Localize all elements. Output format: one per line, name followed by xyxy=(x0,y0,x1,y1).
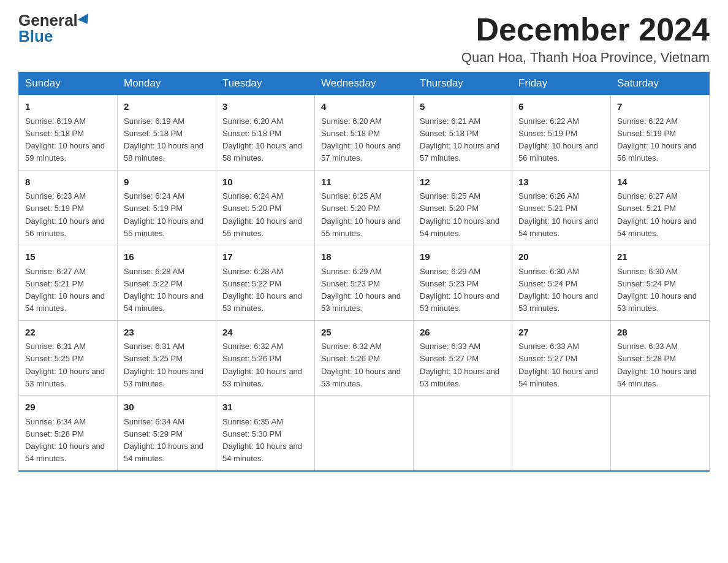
day-info: Sunrise: 6:32 AMSunset: 5:26 PMDaylight:… xyxy=(222,342,302,388)
day-info: Sunrise: 6:28 AMSunset: 5:22 PMDaylight:… xyxy=(222,267,302,313)
day-number: 2 xyxy=(124,100,210,114)
calendar-week-row: 15 Sunrise: 6:27 AMSunset: 5:21 PMDaylig… xyxy=(19,245,710,321)
calendar-cell: 29 Sunrise: 6:34 AMSunset: 5:28 PMDaylig… xyxy=(19,396,118,471)
calendar-cell: 5 Sunrise: 6:21 AMSunset: 5:18 PMDayligh… xyxy=(414,95,512,170)
calendar-cell: 21 Sunrise: 6:30 AMSunset: 5:24 PMDaylig… xyxy=(611,245,710,321)
day-info: Sunrise: 6:34 AMSunset: 5:29 PMDaylight:… xyxy=(124,417,203,464)
calendar-cell: 1 Sunrise: 6:19 AMSunset: 5:18 PMDayligh… xyxy=(19,95,118,170)
calendar-week-row: 8 Sunrise: 6:23 AMSunset: 5:19 PMDayligh… xyxy=(19,170,710,245)
page-header: General Blue December 2024 Quan Hoa, Tha… xyxy=(18,12,710,66)
calendar-cell: 22 Sunrise: 6:31 AMSunset: 5:25 PMDaylig… xyxy=(19,320,118,396)
day-number: 31 xyxy=(222,400,308,415)
day-info: Sunrise: 6:25 AMSunset: 5:20 PMDaylight:… xyxy=(321,191,401,238)
day-info: Sunrise: 6:21 AMSunset: 5:18 PMDaylight:… xyxy=(420,117,499,163)
day-info: Sunrise: 6:33 AMSunset: 5:28 PMDaylight:… xyxy=(617,342,697,388)
day-number: 7 xyxy=(617,100,703,114)
day-info: Sunrise: 6:24 AMSunset: 5:20 PMDaylight:… xyxy=(222,191,302,238)
day-number: 8 xyxy=(25,175,111,190)
day-info: Sunrise: 6:22 AMSunset: 5:19 PMDaylight:… xyxy=(518,117,598,163)
location-title: Quan Hoa, Thanh Hoa Province, Vietnam xyxy=(461,50,710,66)
day-info: Sunrise: 6:20 AMSunset: 5:18 PMDaylight:… xyxy=(222,117,302,163)
day-number: 23 xyxy=(124,326,210,340)
calendar-week-row: 1 Sunrise: 6:19 AMSunset: 5:18 PMDayligh… xyxy=(19,95,710,170)
day-info: Sunrise: 6:29 AMSunset: 5:23 PMDaylight:… xyxy=(321,267,401,313)
calendar-cell: 20 Sunrise: 6:30 AMSunset: 5:24 PMDaylig… xyxy=(512,245,611,321)
day-number: 3 xyxy=(222,100,308,114)
calendar-cell: 16 Sunrise: 6:28 AMSunset: 5:22 PMDaylig… xyxy=(118,245,216,321)
calendar-cell: 15 Sunrise: 6:27 AMSunset: 5:21 PMDaylig… xyxy=(19,245,118,321)
calendar-cell: 6 Sunrise: 6:22 AMSunset: 5:19 PMDayligh… xyxy=(512,95,611,170)
column-header-thursday: Thursday xyxy=(414,72,512,95)
calendar-cell: 11 Sunrise: 6:25 AMSunset: 5:20 PMDaylig… xyxy=(315,170,414,245)
calendar-cell: 25 Sunrise: 6:32 AMSunset: 5:26 PMDaylig… xyxy=(315,320,414,396)
calendar-cell: 2 Sunrise: 6:19 AMSunset: 5:18 PMDayligh… xyxy=(118,95,216,170)
day-info: Sunrise: 6:28 AMSunset: 5:22 PMDaylight:… xyxy=(124,267,203,313)
day-info: Sunrise: 6:24 AMSunset: 5:19 PMDaylight:… xyxy=(124,191,203,238)
day-number: 14 xyxy=(617,175,703,190)
day-info: Sunrise: 6:33 AMSunset: 5:27 PMDaylight:… xyxy=(518,342,598,388)
calendar-week-row: 22 Sunrise: 6:31 AMSunset: 5:25 PMDaylig… xyxy=(19,320,710,396)
day-number: 25 xyxy=(321,326,407,340)
column-header-friday: Friday xyxy=(512,72,611,95)
day-number: 11 xyxy=(321,175,407,190)
day-info: Sunrise: 6:25 AMSunset: 5:20 PMDaylight:… xyxy=(420,191,499,238)
day-number: 12 xyxy=(420,175,506,190)
calendar-cell xyxy=(315,396,414,471)
day-number: 29 xyxy=(25,400,111,415)
day-number: 24 xyxy=(222,326,308,340)
day-info: Sunrise: 6:27 AMSunset: 5:21 PMDaylight:… xyxy=(25,267,105,313)
day-info: Sunrise: 6:20 AMSunset: 5:18 PMDaylight:… xyxy=(321,117,401,163)
day-info: Sunrise: 6:33 AMSunset: 5:27 PMDaylight:… xyxy=(420,342,499,388)
day-info: Sunrise: 6:29 AMSunset: 5:23 PMDaylight:… xyxy=(420,267,499,313)
day-number: 26 xyxy=(420,326,506,340)
calendar-cell: 8 Sunrise: 6:23 AMSunset: 5:19 PMDayligh… xyxy=(19,170,118,245)
calendar-cell: 23 Sunrise: 6:31 AMSunset: 5:25 PMDaylig… xyxy=(118,320,216,396)
logo: General Blue xyxy=(18,12,91,44)
day-number: 15 xyxy=(25,250,111,264)
column-header-tuesday: Tuesday xyxy=(216,72,315,95)
day-info: Sunrise: 6:30 AMSunset: 5:24 PMDaylight:… xyxy=(518,267,598,313)
calendar-cell: 3 Sunrise: 6:20 AMSunset: 5:18 PMDayligh… xyxy=(216,95,315,170)
title-area: December 2024 Quan Hoa, Thanh Hoa Provin… xyxy=(461,12,710,66)
logo-triangle-icon xyxy=(78,13,93,27)
calendar-cell: 26 Sunrise: 6:33 AMSunset: 5:27 PMDaylig… xyxy=(414,320,512,396)
calendar-cell: 17 Sunrise: 6:28 AMSunset: 5:22 PMDaylig… xyxy=(216,245,315,321)
calendar-cell: 4 Sunrise: 6:20 AMSunset: 5:18 PMDayligh… xyxy=(315,95,414,170)
day-number: 30 xyxy=(124,400,210,415)
day-info: Sunrise: 6:19 AMSunset: 5:18 PMDaylight:… xyxy=(124,117,203,163)
day-info: Sunrise: 6:32 AMSunset: 5:26 PMDaylight:… xyxy=(321,342,401,388)
calendar-cell xyxy=(611,396,710,471)
day-number: 10 xyxy=(222,175,308,190)
calendar-cell: 14 Sunrise: 6:27 AMSunset: 5:21 PMDaylig… xyxy=(611,170,710,245)
day-info: Sunrise: 6:31 AMSunset: 5:25 PMDaylight:… xyxy=(25,342,105,388)
day-number: 4 xyxy=(321,100,407,114)
calendar-week-row: 29 Sunrise: 6:34 AMSunset: 5:28 PMDaylig… xyxy=(19,396,710,471)
calendar-cell: 10 Sunrise: 6:24 AMSunset: 5:20 PMDaylig… xyxy=(216,170,315,245)
day-number: 21 xyxy=(617,250,703,264)
day-number: 19 xyxy=(420,250,506,264)
day-info: Sunrise: 6:22 AMSunset: 5:19 PMDaylight:… xyxy=(617,117,697,163)
calendar-cell: 18 Sunrise: 6:29 AMSunset: 5:23 PMDaylig… xyxy=(315,245,414,321)
calendar-cell: 19 Sunrise: 6:29 AMSunset: 5:23 PMDaylig… xyxy=(414,245,512,321)
day-info: Sunrise: 6:27 AMSunset: 5:21 PMDaylight:… xyxy=(617,191,697,238)
calendar-cell xyxy=(512,396,611,471)
calendar-cell xyxy=(414,396,512,471)
calendar-cell: 9 Sunrise: 6:24 AMSunset: 5:19 PMDayligh… xyxy=(118,170,216,245)
day-info: Sunrise: 6:26 AMSunset: 5:21 PMDaylight:… xyxy=(518,191,598,238)
day-number: 9 xyxy=(124,175,210,190)
day-number: 13 xyxy=(518,175,604,190)
day-number: 1 xyxy=(25,100,111,114)
column-header-saturday: Saturday xyxy=(611,72,710,95)
column-header-sunday: Sunday xyxy=(19,72,118,95)
column-header-monday: Monday xyxy=(118,72,216,95)
day-info: Sunrise: 6:30 AMSunset: 5:24 PMDaylight:… xyxy=(617,267,697,313)
column-header-wednesday: Wednesday xyxy=(315,72,414,95)
calendar-cell: 24 Sunrise: 6:32 AMSunset: 5:26 PMDaylig… xyxy=(216,320,315,396)
calendar-cell: 31 Sunrise: 6:35 AMSunset: 5:30 PMDaylig… xyxy=(216,396,315,471)
day-number: 20 xyxy=(518,250,604,264)
calendar-cell: 7 Sunrise: 6:22 AMSunset: 5:19 PMDayligh… xyxy=(611,95,710,170)
day-number: 27 xyxy=(518,326,604,340)
day-info: Sunrise: 6:35 AMSunset: 5:30 PMDaylight:… xyxy=(222,417,302,464)
calendar-cell: 13 Sunrise: 6:26 AMSunset: 5:21 PMDaylig… xyxy=(512,170,611,245)
day-number: 16 xyxy=(124,250,210,264)
